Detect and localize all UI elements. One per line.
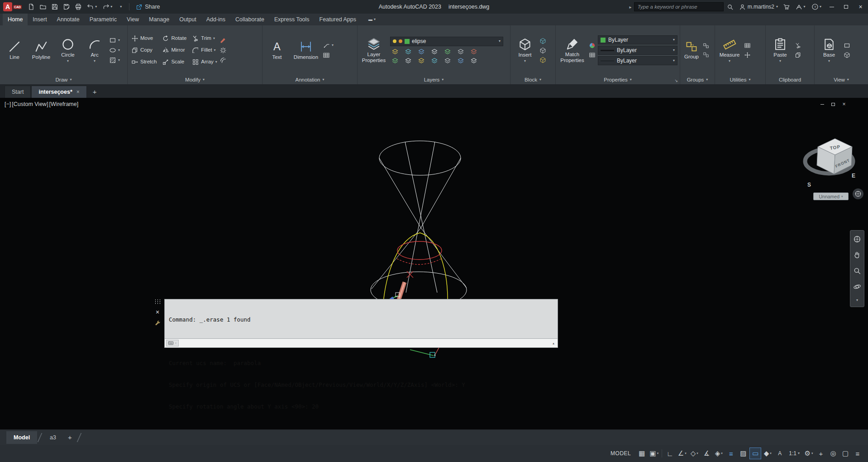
viewport-button[interactable] bbox=[844, 42, 850, 49]
move-button[interactable]: Move bbox=[131, 35, 157, 42]
layer-color-swatch[interactable] bbox=[405, 39, 410, 44]
layer-make-current-button[interactable] bbox=[444, 48, 451, 55]
viewport-menu-control[interactable]: [−] bbox=[5, 101, 11, 107]
model-tab[interactable]: Model bbox=[6, 431, 37, 444]
polar-tracking-icon[interactable]: ∠▾ bbox=[676, 448, 688, 459]
command-scroll-up-icon[interactable]: ▴ bbox=[552, 341, 556, 346]
table-button[interactable] bbox=[323, 52, 334, 59]
isolate-objects-icon[interactable]: ◎ bbox=[827, 448, 839, 459]
linetype-dropdown[interactable]: ByLayer ▾ bbox=[598, 56, 677, 65]
compass-east-label[interactable]: E bbox=[852, 173, 855, 179]
command-customize-button[interactable]: ▾ bbox=[166, 340, 179, 346]
stretch-button[interactable]: Stretch bbox=[131, 58, 157, 66]
viewport-visual-style-control[interactable]: [Wireframe] bbox=[49, 101, 79, 107]
drawing-minimize-button[interactable] bbox=[819, 101, 825, 107]
panel-label-utilities[interactable]: Utilities▾ bbox=[715, 75, 765, 84]
new-layout-button[interactable]: + bbox=[63, 433, 76, 441]
array-button[interactable]: Array▾ bbox=[192, 58, 217, 66]
new-file-button[interactable] bbox=[26, 1, 37, 13]
ribbon-display-toggle[interactable]: ▬▾ bbox=[366, 14, 378, 25]
layer-lock-button[interactable] bbox=[431, 48, 438, 55]
layer-off-button[interactable] bbox=[391, 48, 399, 55]
panel-label-view[interactable]: View▾ bbox=[815, 75, 868, 84]
layer-walk-button[interactable] bbox=[391, 57, 399, 64]
properties-dialog-launcher[interactable]: ↘ bbox=[674, 78, 678, 83]
circle-button[interactable]: Circle▾ bbox=[56, 37, 80, 63]
isometric-drafting-icon[interactable]: ◇▾ bbox=[688, 448, 700, 459]
match-properties-button[interactable]: Match Properties bbox=[558, 36, 587, 64]
block-attributes-button[interactable] bbox=[539, 57, 546, 63]
ribbon-tab-collaborate[interactable]: Collaborate bbox=[230, 14, 269, 25]
named-view-button[interactable]: Unnamed ▾ bbox=[813, 192, 849, 200]
base-view-button[interactable]: Base▾ bbox=[817, 37, 841, 63]
ribbon-tab-manage[interactable]: Manage bbox=[144, 14, 174, 25]
ungroup-button[interactable] bbox=[703, 43, 709, 49]
mirror-button[interactable]: Mirror bbox=[162, 47, 186, 54]
explode-button[interactable] bbox=[219, 47, 227, 54]
panel-label-layers[interactable]: Layers▾ bbox=[358, 75, 510, 84]
lineweight-display-icon[interactable]: ≡ bbox=[725, 448, 737, 459]
list-properties-button[interactable] bbox=[589, 52, 596, 58]
panel-label-block[interactable]: Block▾ bbox=[510, 75, 555, 84]
selection-cycling-icon[interactable]: ▭ bbox=[749, 448, 761, 459]
compass-south-label[interactable]: S bbox=[807, 182, 811, 188]
layer-freeze-button[interactable] bbox=[418, 48, 425, 55]
command-window[interactable]: Command: _.erase 1 found Command: UCS Cu… bbox=[164, 299, 558, 348]
color-wheel-button[interactable] bbox=[589, 42, 596, 49]
zoom-button[interactable] bbox=[853, 267, 861, 275]
command-input[interactable] bbox=[180, 340, 551, 347]
polyline-button[interactable]: Polyline bbox=[29, 39, 53, 61]
ribbon-tab-annotate[interactable]: Annotate bbox=[52, 14, 85, 25]
grid-display-icon[interactable]: ▦ bbox=[636, 448, 648, 459]
orbit-button[interactable] bbox=[853, 283, 861, 291]
group-edit-button[interactable] bbox=[703, 52, 709, 58]
file-tab-intersecoes[interactable]: interseçoes* × bbox=[31, 86, 86, 98]
text-button[interactable]: Text bbox=[265, 39, 289, 61]
scale-button[interactable]: Scale bbox=[162, 58, 186, 66]
save-button[interactable] bbox=[49, 1, 60, 13]
measure-button[interactable]: Measure▾ bbox=[717, 37, 742, 63]
window-close-button[interactable]: × bbox=[854, 0, 867, 14]
layer-delete-button[interactable] bbox=[431, 57, 438, 64]
app-store-cart-button[interactable] bbox=[781, 1, 792, 13]
snap-mode-icon[interactable]: ▣▾ bbox=[648, 448, 660, 459]
navigation-wheel-button[interactable] bbox=[853, 188, 863, 199]
trim-button[interactable]: Trim▾ bbox=[192, 35, 217, 42]
insert-block-button[interactable]: Insert▾ bbox=[513, 37, 537, 63]
block-edit-button[interactable] bbox=[539, 38, 546, 44]
new-drawing-tab-button[interactable]: + bbox=[87, 86, 102, 98]
full-navigation-wheel-button[interactable] bbox=[853, 235, 861, 243]
id-point-button[interactable] bbox=[744, 52, 751, 58]
clean-screen-icon[interactable]: ▢ bbox=[839, 448, 851, 459]
rectangle-button[interactable]: ▾ bbox=[109, 37, 120, 44]
ellipse-button[interactable]: ▾ bbox=[109, 47, 120, 54]
ribbon-tab-featured-apps[interactable]: Featured Apps bbox=[315, 14, 361, 25]
plot-button[interactable] bbox=[73, 1, 84, 13]
layout-tab-a3[interactable]: a3 bbox=[43, 431, 63, 444]
3d-object-snap-icon[interactable]: ◆▾ bbox=[762, 448, 773, 459]
panel-label-groups[interactable]: Groups▾ bbox=[680, 75, 715, 84]
named-views-button[interactable] bbox=[844, 52, 850, 58]
fillet-button[interactable]: Fillet▾ bbox=[192, 47, 217, 54]
arc-button[interactable]: Arc▾ bbox=[82, 37, 107, 63]
ribbon-tab-insert[interactable]: Insert bbox=[28, 14, 52, 25]
ribbon-tab-output[interactable]: Output bbox=[174, 14, 201, 25]
viewport-view-control[interactable]: [Custom View] bbox=[12, 101, 48, 107]
hatch-button[interactable]: ▾ bbox=[109, 57, 120, 64]
ribbon-tab-addins[interactable]: Add-ins bbox=[201, 14, 230, 25]
quick-calc-button[interactable] bbox=[744, 42, 751, 49]
tray-plus-icon[interactable]: + bbox=[815, 448, 827, 459]
block-create-button[interactable] bbox=[539, 47, 546, 54]
help-button[interactable]: ▾ bbox=[809, 1, 824, 13]
customization-icon[interactable]: ≡ bbox=[852, 448, 863, 459]
dimension-button[interactable]: Dimension bbox=[291, 39, 320, 61]
redo-caret-icon[interactable]: ▾ bbox=[110, 5, 112, 9]
layer-freeze-icon[interactable] bbox=[399, 39, 402, 43]
paste-button[interactable]: Paste▾ bbox=[768, 37, 792, 63]
layer-merge-button[interactable] bbox=[418, 57, 425, 64]
object-snap-tracking-icon[interactable]: ∡ bbox=[701, 448, 712, 459]
layer-match-button[interactable] bbox=[457, 48, 464, 55]
layer-properties-button[interactable]: Layer Properties bbox=[360, 36, 388, 64]
navbar-more-caret-icon[interactable]: ▾ bbox=[856, 298, 858, 302]
layer-settings-button[interactable] bbox=[470, 57, 477, 64]
